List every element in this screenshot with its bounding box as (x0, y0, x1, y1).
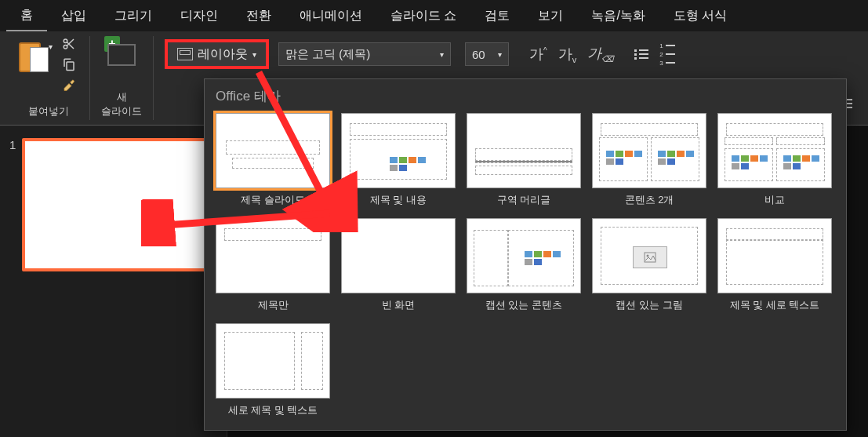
slide-thumbnail-1[interactable] (22, 138, 210, 271)
svg-point-0 (64, 39, 67, 43)
tab-review[interactable]: 검토 (470, 0, 524, 31)
paintbrush-icon (62, 78, 76, 92)
layout-option-title-slide[interactable]: 제목 슬라이드 (216, 113, 330, 207)
bullets-button[interactable] (634, 49, 648, 60)
layout-option-title-content[interactable]: 제목 및 내용 (341, 113, 456, 207)
layout-option-picture-caption[interactable]: 캡션 있는 그림 (592, 218, 706, 312)
tab-record[interactable]: 녹음/녹화 (577, 0, 659, 31)
tab-insert[interactable]: 삽입 (47, 0, 100, 31)
copy-button[interactable] (60, 56, 78, 72)
copy-icon (62, 57, 76, 71)
layout-dropdown-panel: Office 테마 제목 슬라이드 제목 및 내용 (204, 78, 847, 431)
tab-design[interactable]: 디자인 (166, 0, 232, 31)
tab-view[interactable]: 보기 (524, 0, 577, 31)
slide-number: 1 (9, 138, 16, 151)
ribbon-group-slides: + 새 슬라이드 (90, 36, 154, 120)
layout-option-comparison[interactable]: 비교 (717, 113, 832, 207)
picture-icon (644, 252, 656, 263)
layout-option-vertical-title-text[interactable]: 세로 제목 및 텍스트 (216, 323, 330, 417)
new-slide-icon: + (104, 36, 139, 71)
layout-option-blank[interactable]: 빈 화면 (341, 218, 456, 312)
layout-option-section-header[interactable]: 구역 머리글 (467, 113, 581, 207)
slide-rail: 1 (0, 126, 227, 437)
paste-button[interactable]: ▾ (19, 36, 50, 75)
chevron-down-icon: ▾ (49, 42, 53, 51)
paste-label: 붙여넣기 (28, 104, 69, 120)
tab-draw[interactable]: 그리기 (100, 0, 166, 31)
tab-home[interactable]: 홈 (6, 0, 47, 31)
layout-icon (177, 48, 193, 60)
tab-shape-format[interactable]: 도형 서식 (659, 0, 741, 31)
font-size-select[interactable]: 60 ▾ (465, 42, 509, 66)
new-slide-label: 새 슬라이드 (101, 90, 142, 120)
layout-option-two-content[interactable]: 콘텐츠 2개 (592, 113, 706, 207)
ribbon-tabs: 홈 삽입 그리기 디자인 전환 애니메이션 슬라이드 쇼 검토 보기 녹음/녹화… (0, 0, 868, 31)
increase-font-button[interactable]: 가^ (529, 45, 547, 64)
clipboard-icon (19, 36, 50, 75)
layout-button[interactable]: 레이아웃 ▾ (165, 39, 269, 69)
new-slide-button[interactable]: + (104, 36, 139, 71)
cut-button[interactable] (60, 36, 78, 52)
tab-slideshow[interactable]: 슬라이드 쇼 (376, 0, 470, 31)
svg-rect-2 (67, 62, 74, 71)
chevron-down-icon: ▾ (498, 50, 502, 59)
svg-point-1 (64, 46, 67, 49)
tab-transitions[interactable]: 전환 (232, 0, 285, 31)
layout-option-title-only[interactable]: 제목만 (216, 218, 330, 312)
font-name-select[interactable]: 맑은 고딕 (제목) ▾ (278, 42, 451, 66)
layout-panel-heading: Office 테마 (216, 87, 835, 105)
chevron-down-icon: ▾ (440, 50, 444, 59)
tab-animations[interactable]: 애니메이션 (285, 0, 376, 31)
layout-label: 레이아웃 (198, 46, 248, 63)
decrease-font-button[interactable]: 가v (558, 45, 577, 64)
svg-point-7 (647, 255, 649, 257)
chevron-down-icon: ▾ (252, 50, 256, 59)
layout-option-content-caption[interactable]: 캡션 있는 콘텐츠 (467, 218, 581, 312)
scissors-icon (62, 37, 76, 51)
clear-formatting-button[interactable]: 가⌫ (587, 44, 614, 64)
ribbon-group-clipboard: ▾ 붙여넣기 (8, 36, 90, 120)
layout-option-title-vertical-text[interactable]: 제목 및 세로 텍스트 (717, 218, 832, 312)
format-painter-button[interactable] (60, 77, 78, 93)
numbering-button[interactable]: 1 2 3 (659, 42, 674, 67)
